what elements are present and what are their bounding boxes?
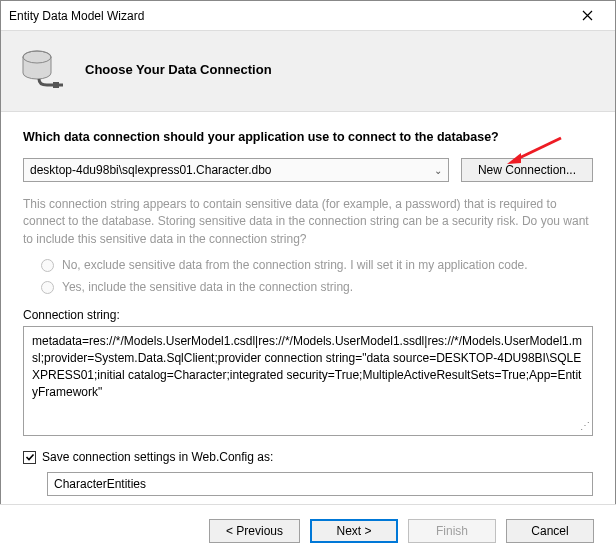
checkmark-icon (25, 452, 35, 462)
window-title: Entity Data Model Wizard (9, 9, 567, 23)
chevron-down-icon: ⌄ (428, 165, 442, 176)
next-button[interactable]: Next > (310, 519, 398, 543)
connection-row: desktop-4du98bi\sqlexpress01.Character.d… (23, 158, 593, 182)
titlebar: Entity Data Model Wizard (1, 1, 615, 31)
save-settings-label: Save connection settings in Web.Config a… (42, 450, 273, 464)
save-settings-checkbox[interactable] (23, 451, 36, 464)
save-settings-row: Save connection settings in Web.Config a… (23, 450, 593, 464)
sensitive-radio-group: No, exclude sensitive data from the conn… (23, 258, 593, 294)
close-button[interactable] (567, 2, 607, 30)
database-connection-icon (19, 45, 67, 93)
resize-grip-icon: ⋰ (580, 419, 590, 433)
question-label: Which data connection should your applic… (23, 130, 593, 144)
previous-button[interactable]: < Previous (209, 519, 300, 543)
radio-icon (41, 259, 54, 272)
radio-include-sensitive: Yes, include the sensitive data in the c… (41, 280, 593, 294)
close-icon (582, 10, 593, 21)
radio-exclude-label: No, exclude sensitive data from the conn… (62, 258, 528, 272)
new-connection-button[interactable]: New Connection... (461, 158, 593, 182)
radio-exclude-sensitive: No, exclude sensitive data from the conn… (41, 258, 593, 272)
connection-string-label: Connection string: (23, 308, 593, 322)
connection-dropdown[interactable]: desktop-4du98bi\sqlexpress01.Character.d… (23, 158, 449, 182)
wizard-footer: < Previous Next > Finish Cancel (0, 504, 616, 557)
sensitive-data-info: This connection string appears to contai… (23, 196, 593, 248)
connection-string-value: metadata=res://*/Models.UserModel1.csdl|… (32, 334, 582, 398)
svg-rect-2 (53, 82, 59, 88)
finish-button: Finish (408, 519, 496, 543)
svg-rect-3 (59, 84, 63, 87)
cancel-button[interactable]: Cancel (506, 519, 594, 543)
connection-selected-value: desktop-4du98bi\sqlexpress01.Character.d… (30, 163, 428, 177)
header-band: Choose Your Data Connection (1, 31, 615, 112)
connection-string-textbox[interactable]: metadata=res://*/Models.UserModel1.csdl|… (23, 326, 593, 436)
content-area: Which data connection should your applic… (1, 112, 615, 506)
radio-include-label: Yes, include the sensitive data in the c… (62, 280, 353, 294)
radio-icon (41, 281, 54, 294)
page-title: Choose Your Data Connection (85, 62, 272, 77)
settings-name-input[interactable] (47, 472, 593, 496)
